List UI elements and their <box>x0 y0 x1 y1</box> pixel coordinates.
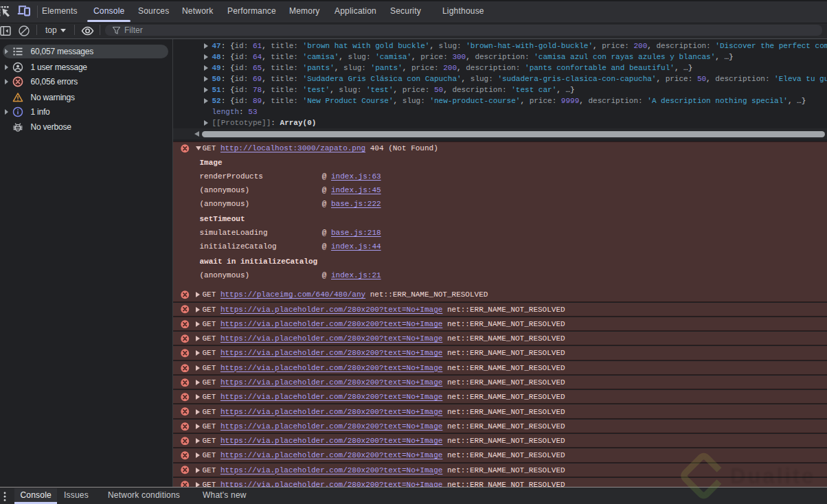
svg-text:Dualite: Dualite <box>730 464 815 488</box>
